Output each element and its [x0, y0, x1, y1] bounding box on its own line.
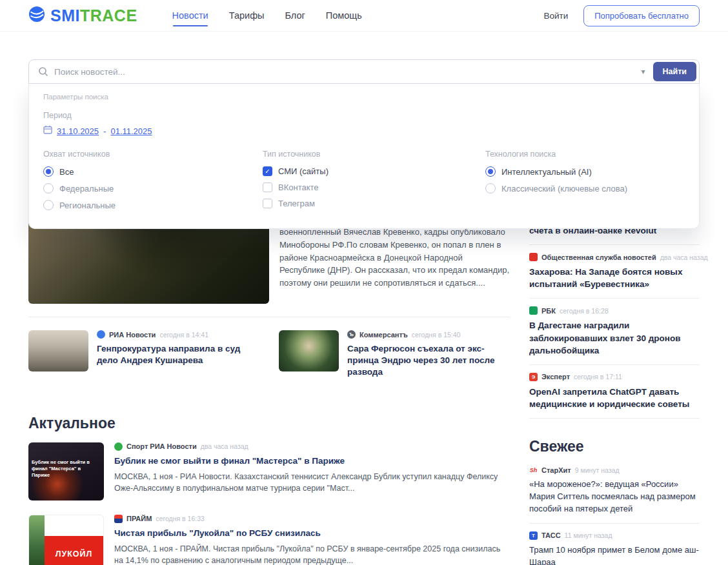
header: SMITRACE Новости Тарифы Блог Помощь Войт…	[0, 0, 728, 31]
filter-group-source-types: Тип источников СМИ (сайты) ВКонтакте Тел…	[263, 150, 485, 217]
filter-group-coverage: Охват источников Все Федеральные Региона…	[43, 150, 263, 217]
radio-option-federal[interactable]: Федеральные	[43, 183, 263, 193]
article-title: «На мороженое?»: ведущая «России» Мария …	[529, 479, 700, 515]
radio-option-all[interactable]: Все	[43, 166, 263, 177]
checkbox-option-telegram[interactable]: Телеграм	[263, 199, 485, 208]
nav-item-tariffs[interactable]: Тарифы	[229, 10, 265, 21]
logo-text: SMITRACE	[50, 6, 137, 25]
source-row: РИА Новости сегодня в 14:41	[97, 330, 259, 339]
article-excerpt: МОСКВА, 1 ноя - РИА Новости. Казахстанск…	[114, 471, 510, 494]
checkbox-option-smi[interactable]: СМИ (сайты)	[263, 166, 485, 176]
source-icon: T	[529, 531, 538, 540]
article-thumbnail	[279, 330, 339, 372]
date-separator: -	[103, 126, 106, 136]
radio-icon	[485, 183, 496, 193]
group-label: Технология поиска	[485, 150, 627, 159]
timestamp: 11 минут назад	[565, 531, 612, 539]
nav-item-blog[interactable]: Блог	[285, 10, 305, 21]
logo-smi: SMI	[50, 6, 80, 25]
source-row: T ТАСС 11 минут назад	[529, 531, 700, 540]
option-label: Классический (ключевые слова)	[501, 184, 627, 193]
calendar-icon	[43, 125, 52, 137]
source-icon	[97, 330, 105, 339]
nav-item-news[interactable]: Новости	[172, 10, 208, 21]
checkbox-option-vk[interactable]: ВКонтакте	[263, 183, 485, 192]
sidebar-article[interactable]: Sh СтарХит 9 минут назад «На мороженое?»…	[529, 464, 700, 524]
radio-option-ai[interactable]: Интеллектуальный (AI)	[485, 166, 627, 177]
filter-group-technology: Технология поиска Интеллектуальный (AI) …	[485, 150, 627, 217]
checkbox-icon	[263, 183, 272, 192]
globe-icon	[28, 6, 45, 25]
date-from-link[interactable]: 31.10.2025	[57, 126, 99, 136]
sidebar-article[interactable]: Э Эксперт сегодня в 17:11 OpenAI запрети…	[529, 365, 700, 419]
login-link[interactable]: Войти	[543, 11, 568, 21]
source-row: Э Эксперт сегодня в 17:11	[529, 373, 700, 381]
sidebar-article[interactable]: Общественная служба новостей два часа на…	[529, 245, 700, 299]
hero-excerpt: военнопленный Вячеслав Кревенко, кадры о…	[279, 226, 510, 290]
source-name: Эксперт	[541, 373, 570, 381]
timestamp: два часа назад	[660, 253, 708, 261]
source-icon	[529, 253, 538, 261]
source-icon	[114, 442, 123, 451]
source-row: ПРАЙМ сегодня в 16:33	[114, 515, 510, 523]
nav-item-help[interactable]: Помощь	[326, 10, 362, 21]
article-card[interactable]: Бублик не смог выйти в финал "Мастерса" …	[28, 442, 510, 501]
cards-row: РИА Новости сегодня в 14:41 Генпрокурату…	[28, 330, 510, 379]
section-title-actual: Актуальное	[28, 415, 510, 432]
article-title: Чистая прибыль "Лукойла" по РСБУ снизила…	[114, 528, 510, 539]
period-row: 31.10.2025 - 01.11.2025	[43, 125, 685, 137]
article-card-body: Ъ Коммерсантъ сегодня в 15:40 Сара Фергю…	[347, 330, 510, 379]
option-label: Все	[59, 167, 74, 177]
sidebar-article[interactable]: T ТАСС 11 минут назад Трамп 10 ноября пр…	[529, 524, 700, 565]
option-label: СМИ (сайты)	[278, 166, 329, 176]
article-card[interactable]: РИА Новости сегодня в 14:41 Генпрокурату…	[28, 330, 259, 379]
source-name: ТАСС	[541, 531, 561, 539]
timestamp: два часа назад	[201, 442, 248, 450]
search-icon	[38, 66, 48, 77]
article-title: Захарова: На Западе боятся новых испытан…	[529, 266, 700, 290]
try-free-button[interactable]: Попробовать бесплатно	[583, 5, 700, 26]
source-icon	[529, 306, 538, 315]
search-section: ▾ Найти Параметры поиска Период 31.10.20…	[28, 59, 700, 84]
timestamp: сегодня в 14:41	[159, 331, 208, 339]
chevron-down-icon[interactable]: ▾	[641, 67, 645, 76]
logo[interactable]: SMITRACE	[28, 6, 137, 25]
search-button[interactable]: Найти	[653, 62, 696, 81]
source-name: Общественная служба новостей	[541, 253, 656, 261]
article-thumbnail: Бублик не смог выйти в финал "Мастерса" …	[28, 442, 104, 501]
source-icon: Э	[529, 373, 538, 381]
source-row: Общественная служба новостей два часа на…	[529, 253, 700, 261]
option-label: Региональные	[59, 201, 116, 210]
section-title-fresh: Свежее	[529, 438, 700, 455]
article-title: Сара Фергюсон съехала от экс-принца Эндр…	[347, 343, 510, 379]
radio-icon	[485, 166, 496, 177]
article-card[interactable]: Ъ Коммерсантъ сегодня в 15:40 Сара Фергю…	[279, 330, 510, 379]
source-row: Sh СтарХит 9 минут назад	[529, 466, 700, 474]
header-actions: Войти Попробовать бесплатно	[543, 5, 700, 26]
source-icon	[114, 515, 123, 523]
source-name: СтарХит	[541, 466, 571, 474]
article-card[interactable]: ЛУКОЙЛ ПРАЙМ сегодня в 16:33 Чистая приб…	[28, 515, 510, 565]
search-input[interactable]	[54, 67, 637, 77]
group-label: Охват источников	[43, 150, 263, 159]
radio-icon	[43, 200, 54, 210]
checkbox-icon	[263, 199, 272, 208]
source-name: ПРАЙМ	[126, 515, 152, 522]
article-excerpt: МОСКВА, 1 ноя - ПРАЙМ. Чистая прибыль "Л…	[114, 543, 510, 565]
source-name: РБК	[541, 307, 556, 315]
timestamp: сегодня в 17:11	[574, 373, 622, 381]
radio-option-classic[interactable]: Классический (ключевые слова)	[485, 183, 627, 193]
option-label: ВКонтакте	[278, 183, 319, 192]
thumbnail-overlay-text: Бублик не смог выйти в финал "Мастерса" …	[32, 459, 95, 479]
source-name: РИА Новости	[109, 331, 156, 339]
source-row: Спорт РИА Новости два часа назад	[114, 442, 510, 451]
option-label: Федеральные	[59, 184, 114, 193]
radio-icon	[43, 183, 54, 193]
article-card-body: ПРАЙМ сегодня в 16:33 Чистая прибыль "Лу…	[114, 515, 510, 565]
article-card-body: РИА Новости сегодня в 14:41 Генпрокурату…	[97, 330, 259, 379]
radio-option-regional[interactable]: Региональные	[43, 200, 263, 210]
sidebar-article[interactable]: РБК сегодня в 16:28 В Дагестане наградил…	[529, 299, 700, 364]
date-to-link[interactable]: 01.11.2025	[110, 126, 152, 136]
search-filters-panel: Параметры поиска Период 31.10.2025 - 01.…	[28, 84, 700, 229]
option-label: Интеллектуальный (AI)	[501, 167, 592, 177]
